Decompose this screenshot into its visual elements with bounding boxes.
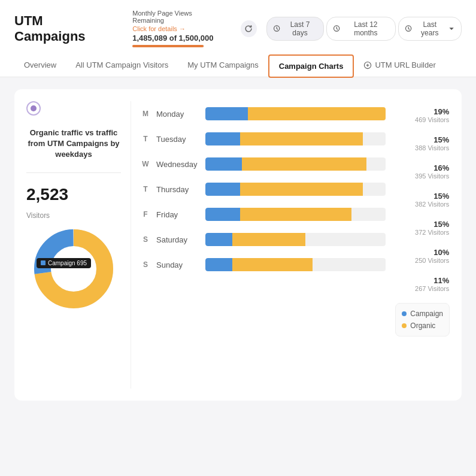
- stat-pct: 19%: [433, 107, 449, 116]
- day-letter: T: [141, 135, 150, 143]
- tab-all-utm-campaign-visitors[interactable]: All UTM Campaign Visitors: [66, 54, 178, 77]
- bar-campaign: [205, 233, 232, 246]
- time-filter-last12months[interactable]: Last 12 months: [326, 17, 396, 41]
- bar-row: T Thursday: [141, 177, 386, 202]
- divider: [26, 172, 121, 173]
- page-title: UTM Campaigns: [14, 13, 113, 44]
- stat-pct: 16%: [433, 163, 449, 172]
- bar-campaign: [205, 183, 240, 196]
- stat-row: 19% 469 Visitors: [402, 101, 449, 129]
- day-letter: S: [141, 260, 150, 269]
- header-right: Last 7 days Last 12 months Last years: [241, 17, 462, 41]
- legend: Campaign Organic: [395, 303, 450, 336]
- donut-tooltip-label: Campaign 695: [48, 260, 87, 266]
- day-letter: M: [141, 110, 150, 118]
- bar-track: [205, 107, 386, 120]
- bar-track: [205, 208, 386, 221]
- stat-visitors: 395 Visitors: [415, 172, 449, 180]
- day-name: Sunday: [156, 260, 199, 269]
- bar-organic: [240, 132, 363, 145]
- bar-track: [205, 233, 386, 246]
- bar-row: S Sunday: [141, 252, 386, 277]
- visitors-label: Visitors: [26, 211, 121, 220]
- legend-dot-campaign: [402, 311, 407, 316]
- bar-track: [205, 183, 386, 196]
- stat-row: 10% 250 Visitors: [402, 242, 449, 270]
- bar-track: [205, 157, 386, 171]
- stat-pct: 11%: [433, 276, 449, 285]
- tab-campaign-charts[interactable]: Campaign Charts: [268, 54, 354, 78]
- bar-campaign: [205, 132, 240, 145]
- page-views-bar-fill: [132, 45, 204, 47]
- bar-row: W Wednesday: [141, 151, 386, 177]
- donut-chart: Campaign 695: [32, 227, 116, 311]
- bar-row: T Tuesday: [141, 126, 386, 151]
- time-filters: Last 7 days Last 12 months Last years: [266, 17, 462, 41]
- stat-row: 15% 388 Visitors: [402, 129, 449, 157]
- day-name: Tuesday: [156, 135, 199, 144]
- page-views-label: Monthly Page Views Remaining: [132, 10, 222, 24]
- bar-track: [205, 258, 386, 271]
- stat-visitors: 267 Visitors: [415, 285, 449, 292]
- bar-organic: [242, 157, 366, 171]
- bar-organic: [240, 183, 363, 196]
- stat-row: 15% 372 Visitors: [402, 214, 449, 242]
- bar-organic: [232, 258, 313, 271]
- bar-campaign: [205, 157, 242, 171]
- day-letter: S: [141, 235, 150, 244]
- time-filter-last7days[interactable]: Last 7 days: [266, 17, 324, 41]
- bars-panel: M Monday T Tuesday W Wednesday T Thursda…: [131, 101, 395, 389]
- refresh-button[interactable]: [241, 20, 257, 37]
- tab-my-utm-campaigns[interactable]: My UTM Campaigns: [178, 54, 268, 77]
- day-letter: W: [141, 160, 150, 168]
- stats-panel: 19% 469 Visitors 15% 388 Visitors 16% 39…: [395, 101, 449, 298]
- bar-campaign: [205, 258, 232, 271]
- donut-tooltip-dot: [41, 260, 46, 265]
- day-name: Friday: [156, 210, 199, 219]
- stat-visitors: 469 Visitors: [415, 116, 449, 123]
- stat-pct: 15%: [433, 220, 449, 229]
- legend-item-campaign: Campaign: [402, 310, 443, 318]
- day-letter: T: [141, 185, 150, 193]
- bar-organic: [240, 208, 351, 221]
- day-name: Saturday: [156, 235, 199, 244]
- day-name: Wednesday: [156, 160, 199, 169]
- left-panel: Organic traffic vs traffic from UTM Camp…: [26, 101, 131, 389]
- tab-utm-url-builder[interactable]: UTM URL Builder: [354, 54, 445, 77]
- stat-pct: 15%: [433, 192, 449, 201]
- stat-visitors: 372 Visitors: [415, 229, 449, 236]
- day-name: Thursday: [156, 185, 199, 194]
- visitors-count: 2,523: [26, 185, 121, 204]
- tabs: Overview All UTM Campaign Visitors My UT…: [14, 54, 462, 77]
- chart-title: Organic traffic vs traffic from UTM Camp…: [26, 128, 121, 160]
- time-filter-last7days-label: Last 7 days: [283, 20, 317, 37]
- stat-visitors: 382 Visitors: [415, 201, 449, 208]
- bar-organic: [248, 107, 386, 120]
- stat-pct: 10%: [433, 248, 449, 257]
- page-views-value: 1,485,089 of 1,500,000: [132, 34, 222, 43]
- bar-campaign: [205, 107, 248, 120]
- legend-label-organic: Organic: [410, 322, 435, 330]
- stat-row: 11% 267 Visitors: [402, 270, 449, 298]
- legend-item-organic: Organic: [402, 322, 443, 330]
- right-section: 19% 469 Visitors 15% 388 Visitors 16% 39…: [395, 101, 450, 389]
- legend-dot-organic: [402, 323, 407, 328]
- time-filter-lastyears[interactable]: Last years: [398, 17, 462, 41]
- stat-pct: 15%: [433, 135, 449, 144]
- page-views-link[interactable]: Click for details →: [132, 25, 222, 32]
- stat-visitors: 388 Visitors: [415, 144, 449, 151]
- legend-label-campaign: Campaign: [410, 310, 443, 318]
- tab-utm-url-builder-label: UTM URL Builder: [375, 60, 435, 69]
- page-views-bar: [132, 45, 204, 47]
- tab-overview[interactable]: Overview: [14, 54, 66, 77]
- bar-track: [205, 132, 386, 145]
- day-name: Monday: [156, 110, 199, 119]
- bar-row: M Monday: [141, 101, 386, 126]
- bar-row: S Saturday: [141, 227, 386, 252]
- stat-row: 16% 395 Visitors: [402, 157, 449, 186]
- time-filter-last12months-label: Last 12 months: [342, 20, 389, 37]
- page-views-block: Monthly Page Views Remaining Click for d…: [132, 10, 222, 47]
- chart-card: Organic traffic vs traffic from UTM Camp…: [14, 89, 462, 401]
- day-letter: F: [141, 210, 150, 219]
- time-filter-lastyears-label: Last years: [414, 20, 445, 37]
